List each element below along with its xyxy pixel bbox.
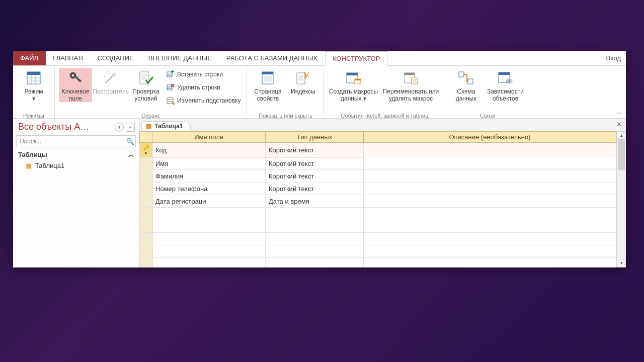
cell-description[interactable] [364, 220, 616, 233]
row-selector[interactable] [140, 170, 152, 183]
cell-data-type[interactable] [266, 258, 364, 268]
search-icon[interactable]: 🔍 [125, 138, 135, 145]
field-row-empty[interactable] [140, 208, 616, 220]
nav-category-tables[interactable]: Таблицы︽ [13, 148, 139, 160]
delete-rows-icon [167, 83, 175, 92]
tab-external-data[interactable]: ВНЕШНИЕ ДАННЫЕ [141, 51, 219, 65]
cell-description[interactable] [364, 208, 616, 220]
cell-data-type[interactable]: Короткий текст [266, 170, 364, 183]
cell-field-name[interactable]: Имя [152, 157, 266, 170]
design-grid[interactable]: Имя поля Тип данных Описание (необязател… [139, 131, 616, 267]
cell-data-type[interactable]: Дата и время [266, 195, 364, 208]
cell-data-type[interactable] [266, 233, 364, 245]
row-selector[interactable] [140, 183, 152, 195]
nav-menu-button[interactable]: ▾ [115, 123, 124, 132]
svg-rect-51 [499, 72, 510, 75]
datasheet-view-icon [26, 70, 42, 86]
tab-file[interactable]: ФАЙЛ [13, 51, 46, 65]
cell-description[interactable] [364, 143, 616, 157]
cell-description[interactable] [364, 258, 616, 268]
indexes-button[interactable]: Индексы [286, 68, 319, 95]
scroll-thumb[interactable] [618, 140, 625, 170]
tab-database-tools[interactable]: РАБОТА С БАЗАМИ ДАННЫХ [219, 51, 325, 65]
field-row-empty[interactable] [140, 245, 616, 258]
field-row-empty[interactable] [140, 220, 616, 233]
field-row[interactable]: Дата регистрациДата и время [140, 195, 616, 208]
cell-field-name[interactable] [152, 233, 266, 245]
cell-description[interactable] [364, 233, 616, 245]
data-macros-icon [345, 70, 361, 86]
col-data-type[interactable]: Тип данных [266, 132, 364, 143]
tab-design[interactable]: КОНСТРУКТОР [325, 51, 387, 66]
rename-macro-icon [403, 70, 419, 86]
cell-field-name[interactable]: Номер телефона [152, 183, 266, 195]
view-button[interactable]: Режим▾ [17, 68, 50, 102]
svg-point-11 [106, 73, 107, 74]
cell-field-name[interactable]: Фамилия [152, 170, 266, 183]
svg-rect-48 [459, 72, 464, 77]
primary-key-button[interactable]: Ключевое поле [59, 68, 92, 102]
cell-description[interactable] [364, 157, 616, 170]
builder-button[interactable]: Построитель [94, 68, 127, 95]
nav-collapse-button[interactable]: « [126, 123, 135, 132]
document-tab-table1[interactable]: ▦ Таблица1 [141, 121, 191, 131]
row-selector[interactable] [140, 258, 152, 268]
scroll-down-button[interactable]: ▾ [617, 259, 626, 267]
cell-data-type[interactable] [266, 245, 364, 258]
row-selector[interactable] [140, 195, 152, 208]
collapse-ribbon-button[interactable]: ︿ [616, 109, 622, 116]
field-row[interactable]: 🔑▸КодКороткий текст [140, 143, 616, 157]
test-validation-rules-button[interactable]: Проверка условий [129, 68, 163, 102]
search-input[interactable] [17, 138, 125, 145]
ribbon-tabs: ФАЙЛ ГЛАВНАЯ СОЗДАНИЕ ВНЕШНИЕ ДАННЫЕ РАБ… [13, 51, 626, 66]
tab-home[interactable]: ГЛАВНАЯ [46, 51, 91, 65]
cell-field-name[interactable] [152, 258, 266, 268]
field-row-empty[interactable] [140, 233, 616, 245]
cell-description[interactable] [364, 245, 616, 258]
field-row[interactable]: Номер телефонаКороткий текст [140, 183, 616, 195]
property-sheet-button[interactable]: Страница свойств [251, 68, 284, 102]
cell-field-name[interactable] [152, 220, 266, 233]
cell-field-name[interactable] [152, 208, 266, 220]
delete-rows-button[interactable]: Удалить строки [165, 82, 243, 93]
row-selector[interactable] [140, 233, 152, 245]
svg-rect-40 [347, 73, 358, 75]
field-row-empty[interactable] [140, 258, 616, 268]
col-field-name[interactable]: Имя поля [152, 132, 266, 143]
object-dependencies-button[interactable]: Зависимости объектов [485, 68, 526, 102]
row-selector[interactable] [140, 208, 152, 220]
row-selector[interactable] [140, 157, 152, 170]
vertical-scrollbar[interactable]: ▴ ▾ [616, 131, 626, 267]
sign-in-link[interactable]: Вход [601, 51, 626, 65]
modify-lookups-button[interactable]: Изменить подстановку [165, 95, 243, 106]
scroll-up-button[interactable]: ▴ [617, 131, 626, 140]
cell-data-type[interactable]: Короткий текст [266, 143, 364, 157]
tab-create[interactable]: СОЗДАНИЕ [91, 51, 141, 65]
indexes-icon [295, 70, 311, 86]
cell-data-type[interactable] [266, 220, 364, 233]
cell-field-name[interactable]: Дата регистраци [152, 195, 266, 208]
relationships-button[interactable]: Схема данных [449, 68, 482, 102]
row-selector[interactable]: 🔑▸ [140, 143, 152, 157]
row-selector[interactable] [140, 220, 152, 233]
cell-field-name[interactable] [152, 245, 266, 258]
field-row[interactable]: ФамилияКороткий текст [140, 170, 616, 183]
cell-field-name[interactable]: Код [152, 143, 266, 157]
col-description[interactable]: Описание (необязательно) [364, 132, 616, 143]
rename-delete-macro-button[interactable]: Переименовать или удалить макрос [380, 68, 441, 102]
create-data-macros-button[interactable]: Создать макросы данных ▾ [328, 68, 378, 102]
cell-description[interactable] [364, 195, 616, 208]
cell-data-type[interactable]: Короткий текст [266, 183, 364, 195]
nav-item[interactable]: ▦Таблица1 [13, 160, 139, 171]
close-document-button[interactable]: ✕ [616, 121, 622, 128]
insert-rows-button[interactable]: Вставить строки [165, 69, 243, 80]
cell-description[interactable] [364, 170, 616, 183]
nav-search: 🔍 [16, 135, 136, 147]
cell-data-type[interactable]: Короткий текст [266, 157, 364, 170]
svg-point-12 [108, 71, 110, 73]
cell-data-type[interactable] [266, 208, 364, 220]
cell-description[interactable] [364, 183, 616, 195]
svg-rect-44 [405, 73, 415, 75]
field-row[interactable]: ИмяКороткий текст [140, 157, 616, 170]
row-selector[interactable] [140, 245, 152, 258]
